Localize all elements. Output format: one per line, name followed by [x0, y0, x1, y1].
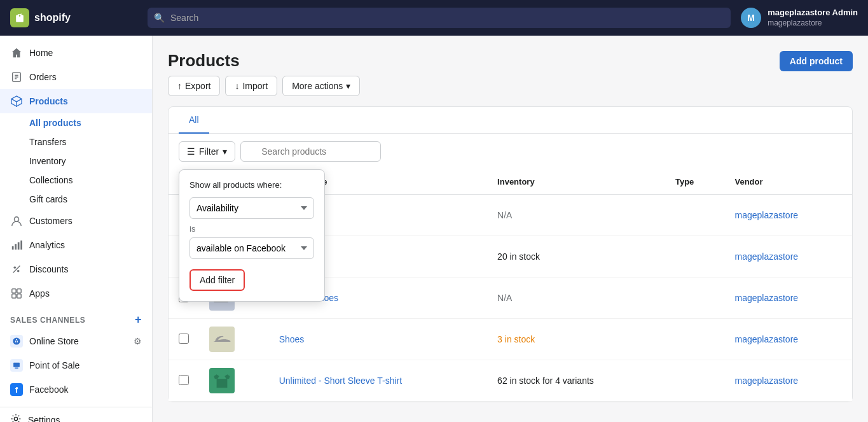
add-filter-button[interactable]: Add filter [189, 269, 245, 291]
svg-rect-18 [17, 294, 21, 298]
sidebar-item-orders[interactable]: Orders [0, 65, 152, 89]
sidebar-item-online-store[interactable]: Online Store ⚙ [0, 329, 152, 353]
svg-rect-10 [18, 243, 20, 250]
sidebar-item-facebook[interactable]: f Facebook [0, 377, 152, 402]
sidebar-item-discounts[interactable]: Discounts [0, 257, 152, 281]
product-thumb-4 [209, 327, 235, 352]
chevron-down-icon: ▾ [346, 81, 350, 91]
sidebar-sub-label-inventory: Inventory [29, 156, 66, 166]
page-title: Products [168, 51, 360, 71]
sidebar-item-customers[interactable]: Customers [0, 209, 152, 233]
topbar-search[interactable]: 🔍 [148, 8, 731, 28]
filter-condition-select[interactable]: Availability Product type Vendor Tagged … [189, 197, 314, 219]
import-button[interactable]: ↓ Import [225, 76, 277, 96]
user-menu[interactable]: M mageplazastore Admin mageplazastore [741, 8, 858, 28]
td-vendor-2: mageplazastore [724, 236, 852, 278]
export-button[interactable]: ↑ Export [168, 76, 220, 96]
search-products-input[interactable] [240, 141, 381, 162]
tab-all[interactable]: All [179, 107, 209, 134]
logo-text: shopify [34, 12, 71, 24]
user-info: mageplazastore Admin mageplazastore [768, 8, 858, 28]
svg-rect-15 [12, 289, 16, 293]
filter-dropdown: Show all products where: Availability Pr… [179, 169, 325, 302]
svg-point-21 [14, 417, 17, 420]
topbar-search-icon: 🔍 [154, 13, 165, 23]
bag-icon [13, 11, 26, 24]
online-store-left: Online Store [10, 335, 79, 348]
more-actions-button[interactable]: More actions ▾ [282, 76, 360, 96]
inventory-2: 20 in stock [497, 251, 540, 262]
vendor-2[interactable]: mageplazastore [734, 251, 798, 262]
td-vendor-5: mageplazastore [724, 360, 852, 402]
sales-channels-label: SALES CHANNELS [10, 316, 85, 325]
sidebar-sub-collections[interactable]: Collections [29, 171, 152, 190]
filter-operator-label: is [189, 224, 314, 234]
pos-icon [10, 359, 23, 372]
product-name-5[interactable]: Unlimited - Short Sleeve T-shirt [279, 376, 402, 386]
vendor-1[interactable]: mageplazastore [734, 210, 798, 220]
sidebar-sub-inventory[interactable]: Inventory [29, 151, 152, 171]
svg-rect-19 [13, 363, 20, 367]
user-store: mageplazastore [768, 18, 858, 29]
add-product-button[interactable]: Add product [780, 51, 853, 71]
topbar-search-input[interactable] [148, 8, 731, 28]
sidebar-sub-transfers[interactable]: Transfers [29, 132, 152, 151]
sidebar-item-products[interactable]: Products [0, 89, 152, 113]
vendor-4[interactable]: mageplazastore [734, 334, 798, 344]
sidebar-sub-gift-cards[interactable]: Gift cards [29, 190, 152, 209]
sidebar-item-point-of-sale[interactable]: Point of Sale [0, 353, 152, 377]
td-vendor-4: mageplazastore [724, 319, 852, 360]
sidebar-label-online-store: Online Store [29, 336, 79, 346]
sidebar-item-home[interactable]: Home [0, 41, 152, 65]
sales-channels-title: SALES CHANNELS + [0, 306, 152, 329]
filter-button[interactable]: ☰ Filter ▾ [179, 141, 235, 162]
vendor-3[interactable]: mageplazastore [734, 293, 798, 303]
sidebar-label-customers: Customers [29, 216, 72, 226]
filter-value-select[interactable]: available on Facebook available on Onlin… [189, 237, 314, 259]
main-content: Products ↑ Export ↓ Import More actions … [153, 36, 868, 422]
svg-rect-8 [12, 246, 14, 250]
sidebar-sub-label-transfers: Transfers [29, 137, 67, 147]
product-name-4[interactable]: Shoes [279, 334, 305, 344]
import-icon: ↓ [235, 81, 239, 91]
svg-point-12 [14, 267, 17, 269]
sidebar-item-apps[interactable]: Apps [0, 281, 152, 306]
facebook-left: f Facebook [10, 383, 68, 396]
sidebar-label-discounts: Discounts [29, 264, 68, 274]
row-checkbox-5[interactable] [179, 375, 189, 385]
inventory-5: 62 in stock for 4 variants [497, 376, 594, 386]
svg-rect-11 [20, 241, 22, 250]
search-wrap: 🔍 [240, 141, 842, 162]
sidebar-label-apps: Apps [29, 288, 50, 299]
sidebar-sub-label-collections: Collections [29, 175, 72, 185]
td-vendor-3: mageplazastore [724, 278, 852, 319]
sidebar-sub-label-all-products: All products [29, 118, 81, 128]
td-type-1 [665, 195, 725, 236]
td-name-4: Shoes [269, 319, 487, 360]
svg-point-13 [17, 270, 20, 272]
td-inventory-1: N/A [487, 195, 665, 236]
export-label: Export [185, 81, 210, 91]
page-title-section: Products ↑ Export ↓ Import More actions … [168, 51, 360, 96]
td-checkbox-5[interactable] [169, 360, 199, 402]
add-channel-icon[interactable]: + [135, 313, 142, 327]
online-store-settings-icon[interactable]: ⚙ [134, 336, 142, 346]
row-checkbox-4[interactable] [179, 334, 189, 344]
vendor-5[interactable]: mageplazastore [734, 376, 798, 386]
discounts-icon [10, 263, 23, 276]
settings-label: Settings [28, 415, 60, 423]
sidebar-item-settings[interactable]: Settings [0, 407, 152, 422]
sidebar-label-facebook: Facebook [29, 384, 68, 395]
td-vendor-1: mageplazastore [724, 195, 852, 236]
logo[interactable]: shopify [10, 8, 137, 27]
sidebar-nav: Home Orders Products All products [0, 36, 152, 407]
th-vendor: Vendor [724, 169, 852, 195]
sidebar-item-analytics[interactable]: Analytics [0, 233, 152, 257]
td-inventory-2: 20 in stock [487, 236, 665, 278]
avatar: M [741, 8, 761, 28]
sidebar-sub-all-products[interactable]: All products [29, 113, 152, 132]
export-icon: ↑ [177, 81, 182, 91]
td-checkbox-4[interactable] [169, 319, 199, 360]
products-icon [10, 95, 23, 108]
orders-icon [10, 71, 23, 83]
